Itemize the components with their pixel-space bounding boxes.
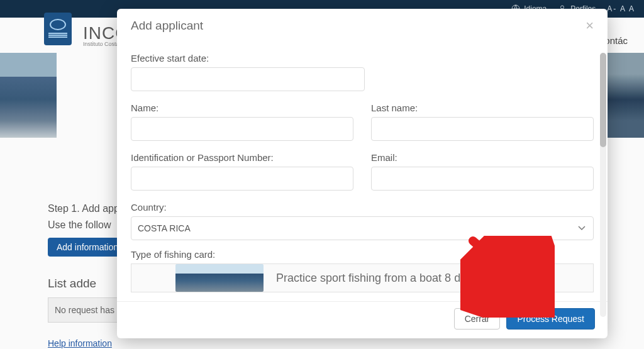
card-option-label: Practice sport fishing from a boat 8 day… <box>276 272 478 285</box>
start-date-label: Efective start date: <box>131 53 365 64</box>
logo <box>44 13 72 45</box>
id-passport-input[interactable] <box>131 167 353 191</box>
id-passport-label: Identification or Passport Number: <box>131 152 353 163</box>
email-label: Email: <box>371 152 594 163</box>
card-type-label: Type of fishing card: <box>131 249 594 260</box>
email-input[interactable] <box>371 167 594 191</box>
country-select[interactable]: COSTA RICA <box>131 216 594 240</box>
close-button[interactable]: Cerrar <box>454 308 501 330</box>
country-label: Country: <box>131 202 594 213</box>
modal-footer: Cerrar Process Request <box>117 301 608 338</box>
process-request-button[interactable]: Process Request <box>506 308 595 330</box>
close-icon[interactable]: × <box>586 19 594 33</box>
modal-title: Add applicant <box>131 19 203 33</box>
add-applicant-modal: Add applicant × Efective start date: Nam… <box>117 9 608 338</box>
last-name-input[interactable] <box>371 117 594 141</box>
fishing-card-option[interactable]: Practice sport fishing from a boat 8 day… <box>131 263 594 292</box>
name-label: Name: <box>131 102 353 113</box>
modal-body: Efective start date: Name: Last name: Id… <box>117 42 608 301</box>
start-date-input[interactable] <box>131 67 365 91</box>
last-name-label: Last name: <box>371 102 594 113</box>
name-input[interactable] <box>131 117 353 141</box>
card-thumbnail <box>175 264 264 292</box>
